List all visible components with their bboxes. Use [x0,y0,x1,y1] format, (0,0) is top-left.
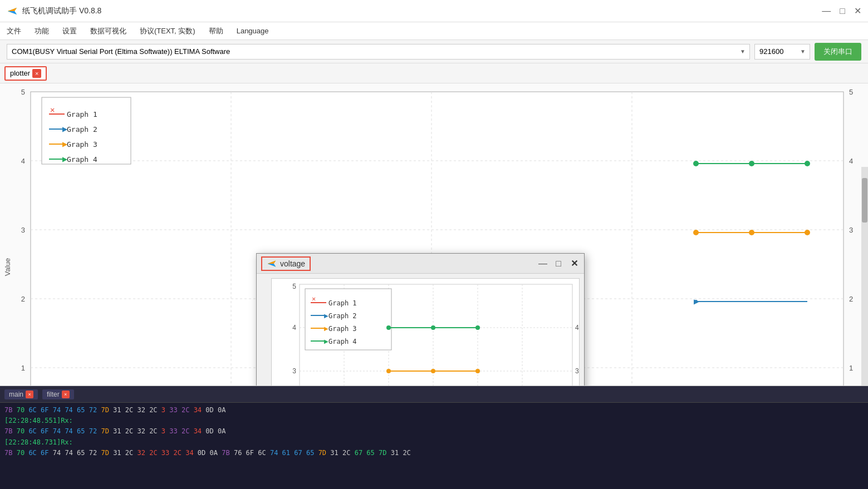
terminal-line-1: 7B 70 6C 6F 74 74 65 72 7D 31 2C 32 2C 3… [4,405,864,416]
svg-text:Graph 2: Graph 2 [328,312,357,320]
svg-point-99 [386,369,391,373]
plotter-tab-close[interactable]: × [32,69,41,78]
hex-purple-1: 7B [4,406,17,414]
terminal-rx-2: [22:28:48.731]Rx: [4,437,864,448]
svg-point-96 [431,325,435,330]
svg-text:4: 4 [575,324,579,332]
bottom-panel: main × filter × 7B 70 6C 6F 74 74 65 72 … [0,386,868,489]
svg-text:Graph 3: Graph 3 [328,325,357,333]
svg-text:Graph 1: Graph 1 [328,299,357,307]
port-select[interactable]: COM1(BUSY Virtual Serial Port (Eltima So… [7,44,750,60]
scrollbar-thumb[interactable] [862,178,867,223]
svg-point-45 [749,230,754,235]
popup-close-button[interactable]: ✕ [568,258,580,269]
svg-text:5: 5 [21,88,25,96]
popup-minimize-button[interactable]: — [537,258,548,269]
popup-title-section: voltage [261,256,311,271]
title-bar-left: 纸飞机调试助手 V0.8.8 [7,6,101,17]
tab-main-close[interactable]: × [26,391,33,398]
plotter-area: 5 4 3 2 1 0 5 4 3 2 1 0 -80 -60 Value ✕ … [0,83,868,386]
svg-text:3: 3 [849,226,853,234]
main-scrollbar[interactable] [861,167,868,386]
tab-main-label: main [9,391,23,398]
popup-chart-area: Value [257,274,584,386]
svg-text:4: 4 [292,324,296,332]
terminal-line-2: 7B 70 6C 6F 74 74 65 72 7D 31 2C 32 2C 3… [4,426,864,437]
menu-data-vis[interactable]: 数据可视化 [88,25,129,37]
svg-text:Graph 2: Graph 2 [67,125,97,134]
svg-text:4: 4 [21,157,25,165]
port-select-wrapper: COM1(BUSY Virtual Serial Port (Eltima So… [7,44,750,60]
svg-text:✕: ✕ [50,105,55,114]
app-title: 纸飞机调试助手 V0.8.8 [22,6,101,16]
tab-main[interactable]: main × [4,389,38,399]
svg-text:Graph 1: Graph 1 [67,110,97,118]
svg-marker-1 [8,8,17,11]
svg-text:Graph 4: Graph 4 [328,338,357,345]
menu-protocol[interactable]: 协议(TEXT, 实数) [138,25,198,37]
tab-filter[interactable]: filter × [42,389,74,399]
popup-y-axis-label: Value [261,278,269,386]
svg-point-100 [431,369,435,373]
svg-text:▶: ▶ [324,325,328,332]
svg-text:2: 2 [21,295,25,303]
svg-point-97 [475,325,480,330]
tab-row: plotter × [0,63,868,83]
svg-point-101 [475,369,480,373]
tab-filter-close[interactable]: × [62,391,70,398]
svg-point-40 [693,161,699,166]
svg-text:1: 1 [21,364,25,372]
popup-title: voltage [280,259,305,268]
baud-select-wrapper: 921600 [754,44,810,60]
svg-text:5: 5 [849,88,853,96]
popup-icon [267,259,277,269]
svg-point-46 [805,230,810,235]
menu-file[interactable]: 文件 [4,25,23,37]
menu-bar: 文件 功能 设置 数据可视化 协议(TEXT, 实数) 帮助 Language [0,22,868,40]
popup-window: voltage — □ ✕ Value [256,253,585,386]
svg-text:2: 2 [849,295,853,303]
svg-text:4: 4 [849,157,853,165]
menu-function[interactable]: 功能 [32,25,51,37]
app-icon [7,6,18,17]
svg-text:▶: ▶ [324,313,328,319]
menu-help[interactable]: 帮助 [207,25,225,37]
svg-point-41 [749,161,754,166]
window-close-button[interactable]: ✕ [854,6,861,16]
svg-text:Graph 3: Graph 3 [67,140,97,149]
plotter-tab[interactable]: plotter × [4,66,47,81]
plotter-tab-label: plotter [10,69,30,77]
tab-filter-label: filter [47,391,60,398]
terminal-content: 7B 70 6C 6F 74 74 65 72 7D 31 2C 32 2C 3… [0,403,868,489]
svg-text:Value: Value [3,258,12,276]
svg-marker-52 [268,264,276,266]
svg-marker-2 [8,11,17,14]
popup-titlebar: voltage — □ ✕ [257,254,584,274]
svg-point-95 [386,325,391,330]
svg-text:3: 3 [575,367,579,375]
svg-text:5: 5 [292,283,296,290]
terminal-line-3: 7B 70 6C 6F 74 74 65 72 7D 31 2C 32 2C 3… [4,448,864,458]
maximize-button[interactable]: □ [840,6,845,16]
svg-text:▶: ▶ [324,338,328,344]
main-content: 5 4 3 2 1 0 5 4 3 2 1 0 -80 -60 Value ✕ … [0,83,868,489]
menu-settings[interactable]: 设置 [60,25,79,37]
title-bar: 纸飞机调试助手 V0.8.8 — □ ✕ [0,0,868,22]
minimize-button[interactable]: — [822,6,831,16]
menu-language[interactable]: Language [234,26,271,36]
title-controls: — □ ✕ [822,6,861,16]
popup-controls: — □ ✕ [537,258,580,269]
bottom-tabs: main × filter × [0,386,868,403]
close-port-button[interactable]: 关闭串口 [815,43,861,61]
toolbar: COM1(BUSY Virtual Serial Port (Eltima So… [0,40,868,63]
svg-point-42 [805,161,810,166]
svg-text:3: 3 [21,226,25,234]
svg-point-44 [693,230,699,235]
baud-select[interactable]: 921600 [754,44,810,60]
popup-maximize-button[interactable]: □ [553,258,564,269]
terminal-rx-1: [22:28:48.551]Rx: [4,416,864,426]
svg-text:Graph 4: Graph 4 [67,155,97,164]
svg-marker-51 [268,260,276,263]
popup-chart-svg: 0 1 2 3 4 5 0 1 2 3 4 -5 -2.5 0 2.5 [271,278,580,386]
svg-text:3: 3 [292,367,296,375]
